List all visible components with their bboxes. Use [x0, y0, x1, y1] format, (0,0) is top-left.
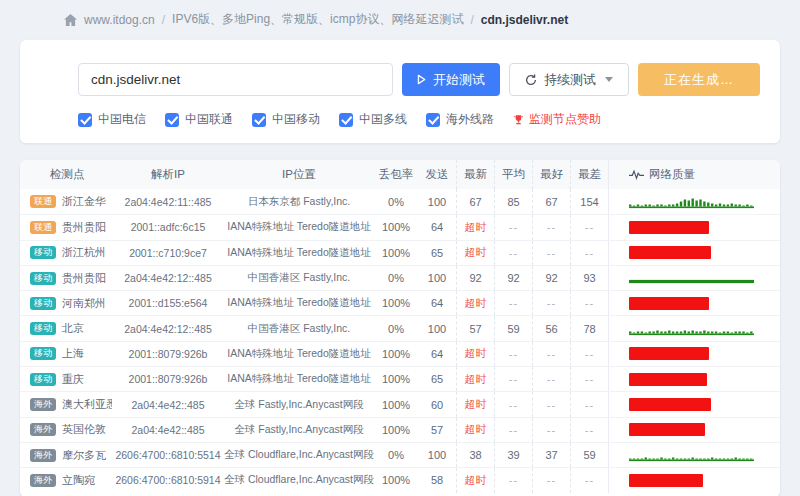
column-header-label: 检测点	[50, 167, 85, 182]
node-cell[interactable]: 移动重庆	[20, 367, 112, 391]
avg-latency: 39	[494, 443, 532, 467]
column-header-4[interactable]: 丢包率	[374, 160, 418, 189]
column-header-10[interactable]: 网络质量	[608, 160, 780, 189]
filter-checkbox-3[interactable]: 中国移动	[252, 111, 320, 128]
column-header-7[interactable]: 平均	[494, 160, 532, 189]
best-latency: --	[532, 342, 570, 366]
best-latency: --	[532, 241, 570, 265]
network-quality-cell	[608, 316, 780, 340]
host-input[interactable]	[78, 63, 393, 96]
continuous-test-button[interactable]: 持续测试	[509, 63, 629, 96]
home-icon[interactable]	[64, 14, 77, 26]
node-name: 上海	[62, 346, 84, 361]
latest-latency: 超时	[456, 215, 494, 239]
node-cell[interactable]: 海外摩尔多瓦	[20, 443, 112, 467]
filter-checkbox-5[interactable]: 海外线路	[426, 111, 494, 128]
packet-loss-bar	[629, 221, 709, 234]
packet-loss-bar	[629, 347, 709, 360]
node-cell[interactable]: 移动贵州贵阳	[20, 266, 112, 290]
node-cell[interactable]: 海外英国伦敦	[20, 418, 112, 442]
breadcrumb-site[interactable]: www.itdog.cn	[84, 13, 155, 27]
node-name: 河南郑州	[62, 296, 106, 311]
filter-checkbox-2[interactable]: 中国联通	[165, 111, 233, 128]
sent-count: 57	[418, 418, 456, 442]
table-header-row: 检测点解析IPIP位置丢包率发送最新平均最好最差网络质量	[20, 160, 780, 189]
generating-button[interactable]: 正在生成…	[638, 63, 760, 96]
avg-latency: --	[494, 468, 532, 492]
node-cell[interactable]: 移动北京	[20, 316, 112, 340]
column-header-1[interactable]: 检测点	[20, 160, 112, 189]
packet-loss: 100%	[374, 468, 418, 492]
ip-location: IANA特殊地址 Teredo隧道地址	[224, 342, 374, 366]
sponsor-link[interactable]: 监测节点赞助	[513, 111, 601, 128]
node-name: 贵州贵阳	[62, 220, 106, 235]
latest-latency: 38	[456, 443, 494, 467]
column-header-3[interactable]: IP位置	[224, 160, 374, 189]
carrier-badge: 移动	[30, 272, 56, 285]
ip-location: 中国香港区 Fastly,Inc.	[224, 266, 374, 290]
checkbox-checked-icon[interactable]	[165, 113, 179, 127]
node-name: 英国伦敦	[62, 422, 106, 437]
node-cell[interactable]: 移动河南郑州	[20, 291, 112, 315]
latency-sparkline	[629, 270, 754, 286]
column-header-2[interactable]: 解析IP	[112, 160, 224, 189]
node-name: 浙江金华	[62, 194, 106, 209]
checkbox-checked-icon[interactable]	[426, 113, 440, 127]
table-row: 移动上海2001::8079:926bIANA特殊地址 Teredo隧道地址10…	[20, 341, 780, 366]
resolved-ip: 2a04:4e42::485	[112, 418, 224, 442]
network-quality-cell	[608, 189, 780, 214]
carrier-badge: 海外	[30, 423, 56, 436]
start-test-button[interactable]: 开始测试	[402, 63, 500, 96]
filter-label: 中国联通	[185, 111, 233, 128]
chevron-down-icon	[605, 77, 613, 82]
column-header-6[interactable]: 最新	[456, 160, 494, 189]
sent-count: 65	[418, 367, 456, 391]
packet-loss-bar	[629, 474, 703, 487]
checkbox-checked-icon[interactable]	[252, 113, 266, 127]
filter-checkbox-1[interactable]: 中国电信	[78, 111, 146, 128]
table-row: 海外立陶宛2606:4700::6810:5914全球 Cloudflare,I…	[20, 467, 780, 492]
packet-loss-bar	[629, 373, 707, 386]
carrier-badge: 海外	[30, 398, 56, 411]
filter-label: 中国多线	[359, 111, 407, 128]
resolved-ip: 2001::c710:9ce7	[112, 241, 224, 265]
table-row: 海外英国伦敦2a04:4e42::485全球 Fastly,Inc.Anycas…	[20, 417, 780, 442]
node-cell[interactable]: 移动浙江杭州	[20, 241, 112, 265]
worst-latency: --	[570, 291, 608, 315]
sent-count: 58	[418, 468, 456, 492]
network-quality-cell	[608, 241, 780, 265]
node-cell[interactable]: 联通贵州贵阳	[20, 215, 112, 239]
node-name: 贵州贵阳	[62, 271, 106, 286]
carrier-badge: 移动	[30, 322, 56, 335]
packet-loss: 100%	[374, 342, 418, 366]
avg-latency: --	[494, 342, 532, 366]
column-header-8[interactable]: 最好	[532, 160, 570, 189]
table-row: 移动重庆2001::8079:926bIANA特殊地址 Teredo隧道地址10…	[20, 366, 780, 391]
resolved-ip: 2001::8079:926b	[112, 367, 224, 391]
packet-loss: 100%	[374, 392, 418, 416]
node-cell[interactable]: 海外澳大利亚悉尼	[20, 392, 112, 416]
breadcrumb-section[interactable]: IPV6版、多地Ping、常规版、icmp协议、网络延迟测试	[172, 11, 463, 28]
column-header-label: 最新	[464, 167, 487, 182]
column-header-5[interactable]: 发送	[418, 160, 456, 189]
resolved-ip: 2606:4700::6810:5514	[112, 443, 224, 467]
table-body: 联通浙江金华2a04:4e42:11::485日本东京都 Fastly,Inc.…	[20, 189, 780, 493]
checkbox-checked-icon[interactable]	[78, 113, 92, 127]
column-header-label: 网络质量	[649, 167, 695, 182]
checkbox-checked-icon[interactable]	[339, 113, 353, 127]
refresh-icon	[525, 74, 537, 86]
worst-latency: --	[570, 468, 608, 492]
network-quality-cell	[608, 215, 780, 239]
node-cell[interactable]: 移动上海	[20, 342, 112, 366]
trophy-icon	[513, 114, 524, 126]
node-cell[interactable]: 海外立陶宛	[20, 468, 112, 492]
packet-loss-bar	[629, 297, 709, 310]
latest-latency: 超时	[456, 241, 494, 265]
packet-loss: 100%	[374, 241, 418, 265]
table-row: 移动贵州贵阳2a04:4e42:12::485中国香港区 Fastly,Inc.…	[20, 265, 780, 290]
node-cell[interactable]: 联通浙江金华	[20, 189, 112, 214]
column-header-9[interactable]: 最差	[570, 160, 608, 189]
sent-count: 64	[418, 342, 456, 366]
filter-checkbox-4[interactable]: 中国多线	[339, 111, 407, 128]
results-table: 检测点解析IPIP位置丢包率发送最新平均最好最差网络质量 联通浙江金华2a04:…	[20, 160, 780, 496]
